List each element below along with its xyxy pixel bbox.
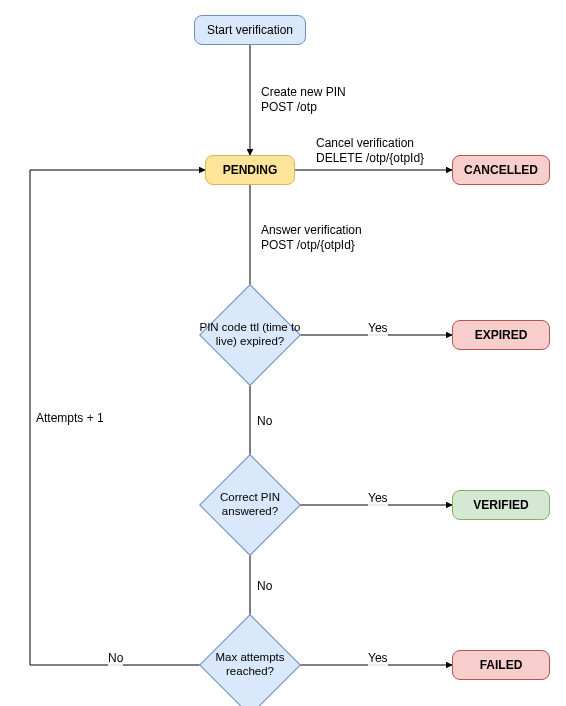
max-label: Max attempts reached? [202,651,298,679]
max-decision-text: Max attempts reached? [200,629,300,701]
start-node: Start verification [194,15,306,45]
verified-node: VERIFIED [452,490,550,520]
expired-label: EXPIRED [475,328,528,342]
pending-label: PENDING [223,163,278,177]
expired-node: EXPIRED [452,320,550,350]
edge-max-no-label: No [108,651,123,666]
ttl-decision-text: PIN code ttl (time to live) expired? [192,299,308,371]
edge-attempts-label: Attempts + 1 [36,411,104,426]
edge-ttl-yes-label: Yes [368,321,388,336]
correct-label: Correct PIN answered? [200,491,300,519]
edge-create-label: Create new PIN POST /otp [261,85,346,115]
failed-node: FAILED [452,650,550,680]
edge-correct-no-label: No [257,579,272,594]
edge-ttl-no-label: No [257,414,272,429]
pending-node: PENDING [205,155,295,185]
verified-label: VERIFIED [473,498,528,512]
correct-decision-text: Correct PIN answered? [198,469,302,541]
cancelled-node: CANCELLED [452,155,550,185]
ttl-label: PIN code ttl (time to live) expired? [194,321,306,349]
edge-max-yes-label: Yes [368,651,388,666]
start-label: Start verification [207,23,293,37]
edge-correct-yes-label: Yes [368,491,388,506]
edge-cancel-label: Cancel verification DELETE /otp/{otpId} [316,136,424,166]
failed-label: FAILED [480,658,523,672]
cancelled-label: CANCELLED [464,163,538,177]
edge-answer-label: Answer verification POST /otp/{otpId} [261,223,362,253]
